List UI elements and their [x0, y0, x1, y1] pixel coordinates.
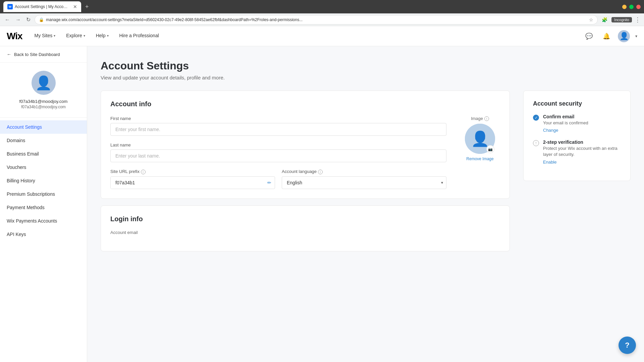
- account-info-card: Account info First name Last name: [101, 90, 510, 199]
- account-info-title: Account info: [110, 100, 500, 108]
- last-name-label: Last name: [110, 142, 446, 147]
- chat-icon-button[interactable]: 💬: [583, 30, 595, 42]
- avatar-person-icon: 👤: [35, 75, 52, 91]
- check-circle-icon: ✓: [533, 115, 539, 121]
- confirm-email-title: Confirm email: [543, 114, 588, 119]
- two-step-icon: !: [533, 140, 539, 164]
- address-bar: ← → ↻ 🔒 manage.wix.com/account/account-s…: [0, 13, 644, 26]
- bookmark-icon[interactable]: ☆: [589, 17, 593, 22]
- warning-circle-icon: !: [533, 140, 539, 146]
- image-info-icon[interactable]: i: [484, 116, 489, 121]
- bottom-form-row: Site URL prefix i ✏: [110, 169, 446, 189]
- last-name-input[interactable]: [110, 149, 446, 162]
- language-info-icon[interactable]: i: [318, 170, 323, 174]
- image-label: Image i: [471, 116, 489, 121]
- language-select[interactable]: English French German Spanish Portuguese: [282, 176, 446, 189]
- page-title: Account Settings: [101, 60, 631, 72]
- page-subtitle: View and update your account details, pr…: [101, 75, 631, 80]
- nav-help[interactable]: Help ▾: [91, 26, 114, 46]
- tab-close-btn[interactable]: ✕: [73, 4, 77, 9]
- chevron-down-icon: ▾: [54, 34, 55, 38]
- user-menu-chevron[interactable]: ▾: [635, 34, 637, 39]
- sidebar-email: f07a34b1@moodjoy.com: [19, 99, 68, 104]
- sidebar-user-info: 👤 f07a34b1@moodjoy.com f07a34b1@moodjoy.…: [0, 63, 87, 118]
- confirm-email-item: ✓ Confirm email Your email is confirmed …: [533, 114, 621, 133]
- back-to-dashboard-button[interactable]: ← Back to Site Dashboard: [0, 46, 87, 63]
- profile-image-preview: 👤 📷: [465, 124, 495, 154]
- tab-favicon: W: [7, 4, 13, 9]
- nav-hire-professional[interactable]: Hire a Professional: [114, 26, 164, 46]
- profile-avatar-icon: 👤: [471, 130, 489, 147]
- confirm-email-change-link[interactable]: Change: [543, 128, 558, 133]
- first-name-label: First name: [110, 116, 446, 121]
- sidebar-item-wix-payments[interactable]: Wix Payments Accounts: [0, 214, 87, 228]
- browser-chrome: W Account Settings | My Account | ✕ + — …: [0, 0, 644, 13]
- forward-nav-button[interactable]: →: [14, 15, 22, 24]
- back-arrow-icon: ←: [7, 52, 11, 57]
- nav-right-actions: 💬 🔔 👤 ▾: [583, 30, 637, 42]
- account-email-group: Account email: [110, 230, 500, 235]
- url-bar[interactable]: 🔒 manage.wix.com/account/account-setting…: [35, 15, 598, 24]
- extensions-button[interactable]: 🧩: [600, 16, 609, 24]
- minimize-button[interactable]: —: [622, 5, 627, 9]
- language-col: Account language i English French German: [282, 169, 446, 189]
- confirm-email-desc: Your email is confirmed: [543, 120, 588, 126]
- sidebar-item-payment-methods[interactable]: Payment Methods: [0, 201, 87, 214]
- help-fab-button[interactable]: ?: [619, 337, 636, 354]
- content-area: Account Settings View and update your ac…: [87, 46, 644, 362]
- two-step-content: 2-step verification Protect your Wix acc…: [543, 139, 621, 164]
- new-tab-button[interactable]: +: [85, 3, 89, 10]
- sidebar-item-business-email[interactable]: Business Email: [0, 147, 87, 161]
- first-name-group: First name: [110, 116, 446, 136]
- login-info-title: Login info: [110, 215, 500, 223]
- sidebar-navigation: Account Settings Domains Business Email …: [0, 118, 87, 244]
- first-name-input[interactable]: [110, 123, 446, 136]
- sidebar-item-billing-history[interactable]: Billing History: [0, 174, 87, 187]
- incognito-badge: Incognito: [611, 17, 632, 22]
- nav-my-sites[interactable]: My Sites ▾: [29, 26, 61, 46]
- form-fields: First name Last name Site URL pref: [110, 116, 446, 189]
- sidebar-email-sub: f07a34b1@moodjoy.com: [21, 105, 66, 109]
- wix-navigation: Wix My Sites ▾ Explore ▾ Help ▾ Hire a P…: [0, 26, 644, 46]
- login-info-card: Login info Account email: [101, 205, 510, 251]
- tab-title: Account Settings | My Account |: [15, 4, 68, 9]
- two-step-desc: Protect your Wix account with an extra l…: [543, 145, 621, 158]
- chevron-down-icon: ▾: [107, 34, 109, 38]
- browser-menu-button[interactable]: ⋮: [635, 16, 641, 23]
- site-url-input-wrapper: ✏: [110, 176, 275, 189]
- edit-icon[interactable]: ✏: [264, 177, 275, 188]
- account-info-grid: First name Last name Site URL pref: [110, 116, 500, 189]
- wix-logo[interactable]: Wix: [7, 31, 22, 42]
- back-nav-button[interactable]: ←: [3, 15, 11, 24]
- user-avatar-button[interactable]: 👤: [618, 30, 630, 42]
- sidebar-item-domains[interactable]: Domains: [0, 134, 87, 147]
- nav-explore[interactable]: Explore ▾: [61, 26, 90, 46]
- confirm-email-icon: ✓: [533, 115, 539, 133]
- last-name-group: Last name: [110, 142, 446, 162]
- sidebar-item-api-keys[interactable]: API Keys: [0, 228, 87, 241]
- reload-button[interactable]: ↻: [25, 15, 32, 24]
- image-section: Image i 👤 📷 Remove Image: [460, 116, 500, 189]
- browser-tab[interactable]: W Account Settings | My Account | ✕: [3, 1, 81, 12]
- main-content-left: Account info First name Last name: [101, 90, 510, 251]
- sidebar-item-vouchers[interactable]: Vouchers: [0, 161, 87, 174]
- main-layout: ← Back to Site Dashboard 👤 f07a34b1@mood…: [0, 46, 644, 362]
- sidebar-item-premium-subscriptions[interactable]: Premium Subscriptions: [0, 187, 87, 201]
- close-button[interactable]: ✕: [636, 5, 641, 9]
- site-url-info-icon[interactable]: i: [141, 170, 146, 174]
- camera-button[interactable]: 📷: [486, 145, 494, 153]
- two-step-enable-link[interactable]: Enable: [543, 160, 556, 165]
- back-label: Back to Site Dashboard: [14, 52, 60, 57]
- site-url-label: Site URL prefix i: [110, 169, 275, 174]
- url-text: manage.wix.com/account/account-settings?…: [46, 17, 587, 22]
- right-panel: Account security ✓ Confirm email Your em…: [523, 90, 631, 181]
- notifications-icon-button[interactable]: 🔔: [600, 30, 612, 42]
- remove-image-button[interactable]: Remove Image: [466, 157, 493, 161]
- chevron-down-icon: ▾: [84, 34, 85, 38]
- site-url-col: Site URL prefix i ✏: [110, 169, 275, 189]
- account-email-label: Account email: [110, 230, 138, 235]
- avatar-icon: 👤: [620, 32, 629, 41]
- sidebar-item-account-settings[interactable]: Account Settings: [0, 120, 87, 134]
- site-url-input[interactable]: [111, 177, 264, 189]
- maximize-button[interactable]: ⬜: [629, 5, 634, 9]
